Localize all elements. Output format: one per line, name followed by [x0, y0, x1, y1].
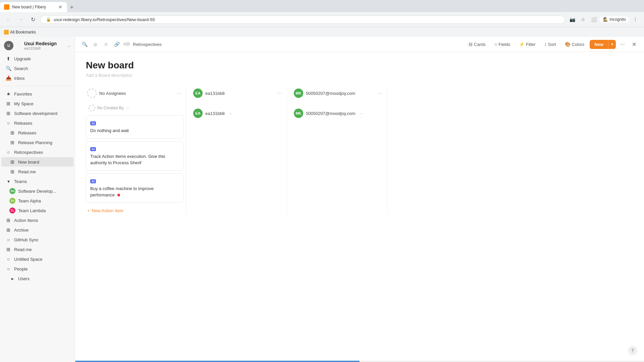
sidebar-item-retrospectives[interactable]: ○ Retrospectives [1, 147, 73, 157]
workspace-user: ea131bb8 [24, 46, 57, 50]
ai-badge: AI [90, 179, 96, 183]
sidebar-item-software-develop[interactable]: SD Software Develop... [1, 186, 73, 196]
sidebar-label: Users [18, 276, 69, 281]
toolbar: 🔍 ☺ ☆ 🔗 #55 Retrospectives ⊟ Cards ○ Fie… [75, 37, 644, 52]
board: No Assignees ··· No Created By ··· AI Do… [86, 86, 633, 216]
address-bar[interactable]: 🔒 uxui-redesign.fibery.io/Retrospectives… [40, 15, 565, 24]
workspace-chevron-icon[interactable]: ⌄ [67, 43, 71, 48]
nav-refresh-button[interactable]: ↻ [28, 15, 38, 24]
page-title: New board [86, 60, 633, 71]
sidebar-item-users[interactable]: ▸ Users [1, 274, 73, 283]
sidebar-item-teams[interactable]: ▾ Teams [1, 177, 73, 186]
new-button[interactable]: New ▾ [590, 40, 616, 49]
menu-icon[interactable]: ⋮ [631, 15, 640, 24]
scrollbar-track [75, 361, 644, 362]
assignee-section-avatar: MK [294, 109, 303, 118]
sidebar-divider [4, 86, 71, 86]
sidebar-label: Upgrade [14, 56, 69, 61]
column-header-ea131bb8: EA ea131bb8 ··· [192, 86, 284, 101]
nav-forward-button[interactable]: → [16, 15, 25, 24]
sidebar-label: Search [14, 66, 69, 71]
sidebar-label: Releases [14, 121, 69, 126]
column-title: ea131bb8 [205, 91, 275, 96]
sidebar: U Uxui Redesign ea131bb8 ⌄ ⬆ Upgrade 🔍 S… [0, 37, 75, 362]
sidebar-item-archive[interactable]: ⊞ Archive [1, 225, 73, 235]
emoji-toolbar-icon[interactable]: ☺ [91, 40, 99, 48]
link-toolbar-icon[interactable]: 🔗 [113, 40, 121, 48]
team-avatar-tl: TL [9, 207, 15, 214]
new-tab-button[interactable]: + [67, 3, 76, 12]
sidebar-label: Retrospectives [14, 150, 69, 155]
sidebar-item-team-alpha[interactable]: TA Team Alpha [1, 196, 73, 205]
sidebar-item-read-me2[interactable]: ⊞ Read.me [1, 245, 73, 254]
new-action-item-button[interactable]: + New Action Item [86, 205, 183, 216]
search-toolbar-icon[interactable]: 🔍 [80, 40, 89, 48]
star-toolbar-icon[interactable]: ☆ [102, 40, 110, 48]
sidebar-item-team-lambda[interactable]: TL Team Lambda [1, 206, 73, 215]
no-created-by-avatar [89, 105, 95, 111]
new-board-icon: ⊞ [9, 159, 15, 165]
sidebar-item-releases[interactable]: ○ Releases [1, 118, 73, 128]
fields-label: Fields [498, 42, 510, 47]
colors-label: Colors [572, 42, 585, 47]
untitled-space-icon: ○ [5, 256, 11, 262]
board-column-moodjoy: MK 50050207@moodjoy.com ··· MK 50050207@… [287, 86, 388, 216]
section-more-button[interactable]: ··· [359, 111, 363, 116]
browser-nav: ← → ↻ 🔒 uxui-redesign.fibery.io/Retrospe… [0, 12, 644, 27]
sort-button[interactable]: ↕ Sort [541, 40, 559, 48]
assignee-section-name: ea131bb8 [205, 111, 225, 116]
sidebar-item-new-board[interactable]: ⊞ New board [1, 157, 73, 167]
card-3[interactable]: AI Buy a coffee machine to improve perfo… [86, 173, 183, 203]
sidebar-item-release-planning[interactable]: ⊞ Release Planning [1, 138, 73, 147]
card-1[interactable]: AI Do nothing and wait [86, 115, 183, 138]
column-more-button[interactable]: ··· [277, 90, 283, 96]
sidebar-item-untitled-space[interactable]: ○ Untitled Space [1, 254, 73, 264]
address-lock-icon: 🔒 [46, 17, 51, 22]
close-button[interactable]: ✕ [629, 40, 639, 49]
section-more-button[interactable]: ··· [229, 111, 233, 116]
bookmarks-bar: All Bookmarks [0, 27, 644, 37]
page-description[interactable]: Add a Board description [86, 73, 633, 78]
sidebar-item-people[interactable]: ○ People [1, 264, 73, 274]
fields-icon: ○ [494, 42, 497, 47]
myspace-icon: ⊞ [5, 101, 11, 107]
help-button[interactable]: ? [628, 346, 637, 355]
sidebar-item-action-items[interactable]: ⊞ Action Items [1, 216, 73, 225]
teams-chevron-icon: ▾ [5, 178, 11, 184]
column-more-button[interactable]: ··· [378, 90, 383, 96]
sidebar-item-myspace[interactable]: ⊞ My Space [1, 99, 73, 108]
board-column-ea131bb8: EA ea131bb8 ··· EA ea131bb8 ··· [186, 86, 287, 216]
card-text: Do nothing and wait [90, 127, 179, 134]
sidebar-item-inbox[interactable]: 📥 Inbox [1, 73, 73, 83]
sidebar-nav-section: ★ Favorites ⊞ My Space ⊞ Software develo… [0, 88, 75, 284]
filter-button[interactable]: ⚡ Filter [516, 40, 539, 48]
card-2[interactable]: AI Track Action Items execution. Give th… [86, 141, 183, 171]
sidebar-item-favorites[interactable]: ★ Favorites [1, 89, 73, 99]
cards-button[interactable]: ⊟ Cards [465, 40, 489, 48]
sidebar-item-upgrade[interactable]: ⬆ Upgrade [1, 54, 73, 63]
sub-more-button[interactable]: ··· [126, 105, 130, 111]
sidebar-header: U Uxui Redesign ea131bb8 ⌄ [0, 37, 75, 53]
star-icon[interactable]: ☆ [578, 15, 588, 24]
new-button-label[interactable]: New [590, 40, 608, 49]
new-button-arrow[interactable]: ▾ [608, 40, 616, 49]
sidebar-item-releases2[interactable]: ⊞ Releases [1, 128, 73, 137]
colors-button[interactable]: 🎨 Colors [561, 40, 588, 48]
active-tab[interactable]: New board | Fibery ✕ [0, 2, 67, 12]
nav-back-button[interactable]: ← [4, 15, 13, 24]
column-more-button[interactable]: ··· [177, 90, 182, 96]
camera-icon[interactable]: 📷 [568, 15, 577, 24]
sidebar-item-github-sync[interactable]: ○ GitHub Sync [1, 235, 73, 244]
tab-close-button[interactable]: ✕ [58, 4, 63, 10]
extensions-icon[interactable]: ⬜ [589, 15, 598, 24]
all-bookmarks[interactable]: All Bookmarks [4, 30, 36, 35]
scrollbar-thumb[interactable] [75, 361, 360, 362]
sidebar-item-software-dev[interactable]: ⊞ Software development [1, 109, 73, 118]
sidebar-item-search[interactable]: 🔍 Search [1, 64, 73, 73]
sidebar-item-read-me[interactable]: ⊞ Read.me [1, 167, 73, 176]
fields-button[interactable]: ○ Fields [491, 40, 514, 48]
users-icon: ▸ [9, 276, 15, 282]
breadcrumb[interactable]: Retrospectives [133, 42, 162, 47]
more-button[interactable]: ··· [618, 40, 627, 49]
sort-label: Sort [548, 42, 556, 47]
